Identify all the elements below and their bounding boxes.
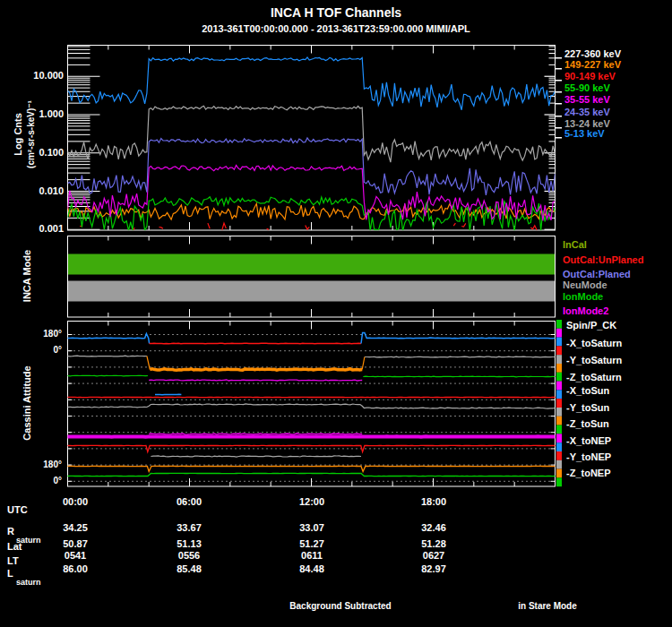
- stare-mode-note: in Stare Mode: [518, 601, 577, 611]
- ephemeris-row-label: Lat: [7, 541, 22, 552]
- ephemeris-value: 32.46: [421, 522, 446, 533]
- tof-legend-item: 35-55 keV: [564, 94, 610, 105]
- attitude-legend-item: -Y_toSaturn: [566, 355, 622, 365]
- attitude-panel-label: Cassini Attitude: [22, 365, 32, 440]
- utc-tick-label: 12:00: [299, 496, 324, 507]
- tof-legend-item: 55-90 keV: [564, 82, 610, 93]
- ephemeris-value: 86.00: [63, 563, 88, 574]
- ephemeris-value: 84.48: [299, 563, 324, 574]
- ephemeris-value: 51.13: [177, 538, 202, 549]
- attitude-ytick-label: 180°: [0, 329, 62, 339]
- ephemeris-row-sublabel: saturn: [16, 578, 41, 587]
- attitude-legend-item: -Z_toNEP: [566, 468, 611, 478]
- mode-legend-item: IonMode: [563, 291, 603, 302]
- ephemeris-value: 33.67: [177, 522, 202, 533]
- ephemeris-value: 51.28: [421, 538, 446, 549]
- ephemeris-value: 0556: [178, 550, 200, 561]
- page-title: INCA H TOF Channels: [271, 5, 401, 20]
- attitude-ytick-label: 180°: [0, 460, 62, 469]
- mode-legend-item: InCal: [563, 239, 587, 250]
- tof-ytick-label: 10.000: [0, 70, 64, 81]
- utc-tick-label: 06:00: [177, 496, 202, 507]
- attitude-ytick-label: 0°: [0, 345, 62, 355]
- tof-legend-item: 149-227 keV: [564, 59, 621, 70]
- tof-legend-item: 90-149 keV: [564, 71, 616, 82]
- ephemeris-value: 34.25: [63, 522, 88, 533]
- utc-axis-label: UTC: [7, 504, 28, 515]
- attitude-legend-item: -Y_toSun: [566, 402, 609, 413]
- ephemeris-row-label: L: [7, 568, 13, 579]
- attitude-legend-item: -Y_toNEP: [566, 451, 611, 462]
- mode-legend-item: NeuMode: [563, 279, 607, 290]
- mode-panel-label: INCA Mode: [22, 250, 32, 302]
- ephemeris-value: 33.07: [299, 522, 324, 533]
- tof-ytick-label: 0.001: [0, 223, 64, 234]
- ephemeris-value: 50.87: [63, 538, 88, 549]
- attitude-legend-item: -Z_toSun: [566, 418, 609, 429]
- ephemeris-row-label: LT: [7, 555, 19, 566]
- tof-ytick-label: 0.010: [0, 185, 64, 196]
- tof-legend-item: 24-35 keV: [564, 107, 610, 117]
- mode-legend-item: IonMode2: [563, 305, 608, 316]
- attitude-legend-item: -Z_toSaturn: [566, 372, 622, 382]
- ephemeris-row-label: R: [7, 526, 14, 537]
- attitude-legend-item: -X_toSaturn: [566, 338, 622, 348]
- ephemeris-value: 0611: [301, 550, 323, 561]
- ephemeris-value: 82.97: [421, 563, 446, 574]
- attitude-ytick-label: 0°: [0, 476, 62, 485]
- plot-subtitle: 2013-361T00:00:00.000 - 2013-361T23:59:0…: [202, 23, 470, 34]
- tof-legend-item: 5-13 keV: [564, 128, 605, 139]
- tof-legend-item: 227-360 keV: [564, 48, 621, 59]
- ephemeris-value: 51.27: [299, 538, 324, 549]
- background-subtracted-note: Background Subtracted: [289, 601, 391, 611]
- plot-window: INCA H TOF Channels 2013-361T00:00:00.00…: [0, 0, 672, 627]
- attitude-legend-item: -X_toSun: [566, 385, 609, 396]
- utc-tick-label: 18:00: [421, 496, 446, 507]
- mode-legend-item: OutCal:Planed: [563, 269, 631, 279]
- ephemeris-value: 0541: [65, 550, 86, 561]
- mode-legend-item: OutCal:UnPlaned: [563, 254, 643, 265]
- ephemeris-value: 85.48: [177, 563, 202, 574]
- attitude-legend-item: -X_toNEP: [566, 435, 611, 446]
- tof-ytick-label: 0.100: [0, 147, 64, 158]
- attitude-legend-item: Spin/P_CK: [566, 320, 616, 331]
- tof-ytick-label: 1.000: [0, 108, 64, 119]
- ephemeris-value: 0627: [423, 550, 444, 561]
- utc-tick-label: 00:00: [63, 496, 88, 507]
